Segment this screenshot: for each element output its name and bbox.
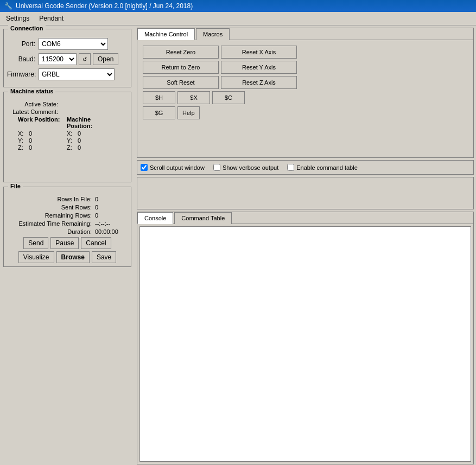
options-bar: Scroll output window Show verbose output… [137, 160, 474, 175]
right-panel: Machine Control Macros Reset Zero Reset … [135, 26, 476, 465]
z-axis-label: Z: [18, 144, 29, 151]
sg-button[interactable]: $G [143, 106, 175, 119]
console-tab-bar: Console Command Table [137, 212, 473, 224]
sent-rows-value: 0 [95, 204, 128, 211]
remaining-rows-row: Remaining Rows: 0 [7, 212, 128, 219]
send-button[interactable]: Send [23, 237, 48, 249]
machine-status-group: Machine status Active State: Latest Comm… [3, 92, 131, 182]
machine-status-title: Machine status [8, 88, 55, 94]
titlebar-icon: 🔧 [4, 2, 12, 10]
menu-settings[interactable]: Settings [2, 13, 33, 24]
titlebar: 🔧 Universal Gcode Sender (Version 2.0 [n… [0, 0, 476, 12]
x-work-value: 0 [29, 130, 67, 137]
mc-row-4: $H $X $C [142, 90, 469, 105]
verbose-checkbox[interactable] [213, 164, 220, 171]
command-table-label: Enable command table [296, 164, 358, 171]
rows-in-file-row: Rows In File: 0 [7, 196, 128, 202]
help-button[interactable]: Help [177, 106, 200, 119]
reset-x-axis-button[interactable]: Reset X Axis [221, 46, 297, 59]
port-label: Port: [7, 40, 39, 48]
x-axis-label2: X: [67, 130, 78, 137]
file-title: File [8, 183, 23, 189]
baud-label: Baud: [7, 55, 39, 63]
y-axis-label2: Y: [67, 137, 78, 144]
scroll-checkbox[interactable] [141, 164, 148, 171]
output-area [137, 177, 474, 209]
sc-button[interactable]: $C [212, 91, 245, 104]
menu-pendant[interactable]: Pendant [35, 13, 67, 24]
x-row: X: 0 X: 0 [18, 130, 128, 137]
machine-control-tab[interactable]: Machine Control [137, 28, 195, 40]
port-row: Port: COM6 [7, 38, 128, 50]
upper-tab-bar: Machine Control Macros [137, 28, 473, 40]
return-to-zero-button[interactable]: Return to Zero [143, 61, 219, 74]
x-machine-value: 0 [78, 130, 116, 137]
command-table-option: Enable command table [287, 164, 358, 171]
reset-y-axis-button[interactable]: Reset Y Axis [221, 61, 297, 74]
console-content [139, 226, 471, 462]
file-buttons-row1: Send Pause Cancel [7, 237, 128, 249]
rows-in-file-value: 0 [95, 196, 128, 202]
connection-title: Connection [8, 25, 46, 31]
mc-row-3: Soft Reset Reset Z Axis [142, 75, 469, 90]
reset-zero-button[interactable]: Reset Zero [143, 46, 219, 59]
latest-comment-label: Latest Comment: [7, 109, 61, 115]
firmware-label: Firmware: [7, 71, 39, 78]
menubar: Settings Pendant [0, 12, 476, 26]
command-table-tab[interactable]: Command Table [174, 212, 232, 224]
visualize-button[interactable]: Visualize [18, 251, 54, 263]
port-select[interactable]: COM6 [39, 38, 108, 50]
x-axis-label: X: [18, 130, 29, 137]
machine-position-header: Machine Position: [67, 116, 116, 129]
mc-row-5: $G Help [142, 105, 469, 120]
macros-tab[interactable]: Macros [196, 28, 230, 40]
file-group: File Rows In File: 0 Sent Rows: 0 Remain… [3, 187, 131, 267]
browse-button[interactable]: Browse [56, 251, 90, 263]
work-position-header: Work Position: [18, 116, 67, 129]
est-time-label: Estimated Time Remaining: [7, 220, 95, 227]
left-panel: Connection Port: COM6 Baud: 115200 ↺ [0, 26, 135, 465]
z-work-value: 0 [29, 144, 67, 151]
z-row: Z: 0 Z: 0 [18, 144, 128, 151]
cancel-button[interactable]: Cancel [81, 237, 111, 249]
y-machine-value: 0 [78, 137, 116, 144]
console-tab[interactable]: Console [137, 212, 173, 224]
connection-group: Connection Port: COM6 Baud: 115200 ↺ [3, 29, 131, 87]
firmware-select[interactable]: GRBL [39, 68, 115, 80]
sx-button[interactable]: $X [177, 91, 210, 104]
sent-rows-label: Sent Rows: [7, 204, 95, 211]
reset-z-axis-button[interactable]: Reset Z Axis [221, 76, 297, 89]
est-time-row: Estimated Time Remaining: --:--:-- [7, 220, 128, 227]
open-button[interactable]: Open [93, 53, 118, 65]
command-table-checkbox[interactable] [287, 164, 294, 171]
baud-controls: 115200 ↺ Open [39, 53, 118, 65]
active-state-label: Active State: [7, 101, 61, 107]
firmware-row: Firmware: GRBL [7, 68, 128, 80]
scroll-option: Scroll output window [141, 164, 205, 171]
est-time-value: --:--:-- [95, 220, 128, 227]
baud-refresh-button[interactable]: ↺ [79, 53, 91, 65]
save-button[interactable]: Save [92, 251, 116, 263]
position-header: Work Position: Machine Position: [18, 116, 128, 129]
y-row: Y: 0 Y: 0 [18, 137, 128, 144]
console-panel: Console Command Table [137, 212, 474, 464]
rows-in-file-label: Rows In File: [7, 196, 95, 202]
soft-reset-button[interactable]: Soft Reset [143, 76, 219, 89]
sh-button[interactable]: $H [143, 91, 175, 104]
verbose-label: Show verbose output [223, 164, 278, 171]
pause-button[interactable]: Pause [50, 237, 79, 249]
baud-row: Baud: 115200 ↺ Open [7, 53, 128, 65]
titlebar-title: Universal Gcode Sender (Version 2.0 [nig… [16, 2, 193, 10]
remaining-rows-value: 0 [95, 212, 128, 219]
duration-label: Duration: [7, 228, 95, 235]
machine-control-content: Reset Zero Reset X Axis Return to Zero R… [137, 40, 473, 157]
sent-rows-row: Sent Rows: 0 [7, 204, 128, 211]
verbose-option: Show verbose output [213, 164, 278, 171]
active-state-row: Active State: [7, 101, 128, 107]
remaining-rows-label: Remaining Rows: [7, 212, 95, 219]
scroll-label: Scroll output window [150, 164, 205, 171]
duration-row: Duration: 00:00:00 [7, 228, 128, 235]
y-axis-label: Y: [18, 137, 29, 144]
baud-select[interactable]: 115200 [39, 53, 77, 65]
mc-row-2: Return to Zero Reset Y Axis [142, 60, 469, 75]
